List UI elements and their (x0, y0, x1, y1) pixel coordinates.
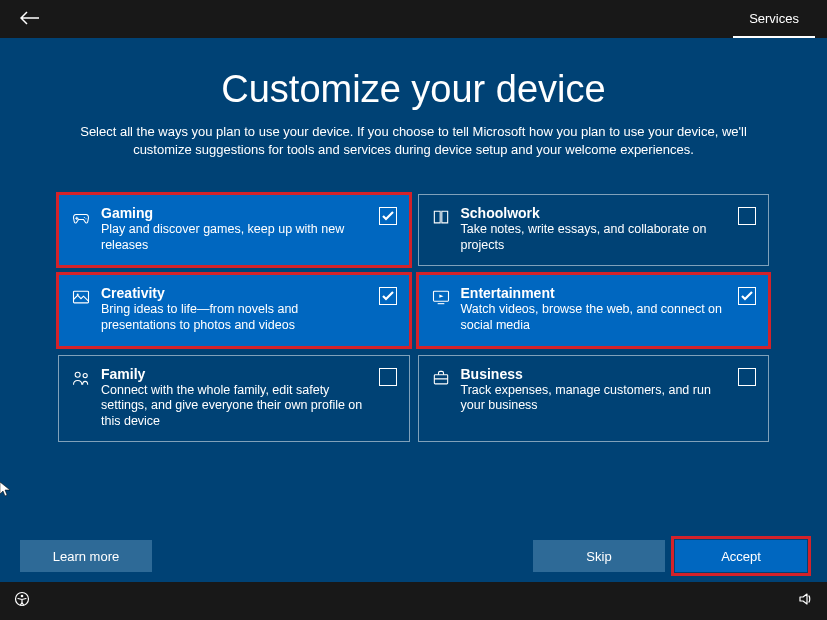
volume-icon[interactable] (797, 591, 813, 611)
svg-point-4 (83, 373, 87, 377)
card-family[interactable]: Family Connect with the whole family, ed… (58, 355, 410, 443)
card-entertainment[interactable]: Entertainment Watch videos, browse the w… (418, 274, 770, 346)
card-title: Entertainment (461, 285, 731, 301)
content-header: Customize your device Select all the way… (0, 38, 827, 158)
card-desc: Watch videos, browse the web, and connec… (461, 302, 731, 333)
card-desc: Bring ideas to life—from novels and pres… (101, 302, 371, 333)
card-desc: Take notes, write essays, and collaborat… (461, 222, 731, 253)
card-title: Schoolwork (461, 205, 731, 221)
skip-button[interactable]: Skip (533, 540, 665, 572)
tab-services[interactable]: Services (733, 1, 815, 38)
card-creativity[interactable]: Creativity Bring ideas to life—from nove… (58, 274, 410, 346)
card-title: Family (101, 366, 371, 382)
card-business[interactable]: Business Track expenses, manage customer… (418, 355, 770, 443)
creativity-icon (71, 287, 91, 307)
entertainment-icon (431, 287, 451, 307)
checkbox[interactable] (738, 368, 756, 386)
card-desc: Connect with the whole family, edit safe… (101, 383, 371, 430)
card-gaming[interactable]: Gaming Play and discover games, keep up … (58, 194, 410, 266)
back-arrow-icon (20, 11, 40, 25)
page-subtitle: Select all the ways you plan to use your… (64, 123, 764, 158)
bottombar (0, 582, 827, 620)
svg-point-1 (77, 294, 79, 296)
card-title: Business (461, 366, 731, 382)
checkbox[interactable] (738, 207, 756, 225)
options-grid: Gaming Play and discover games, keep up … (0, 158, 827, 442)
checkbox[interactable] (738, 287, 756, 305)
business-icon (431, 368, 451, 388)
learn-more-button[interactable]: Learn more (20, 540, 152, 572)
card-schoolwork[interactable]: Schoolwork Take notes, write essays, and… (418, 194, 770, 266)
gaming-icon (71, 207, 91, 227)
svg-point-3 (75, 372, 80, 377)
accessibility-icon[interactable] (14, 591, 30, 611)
topbar: Services (0, 0, 827, 38)
card-desc: Track expenses, manage customers, and ru… (461, 383, 731, 414)
family-icon (71, 368, 91, 388)
card-title: Gaming (101, 205, 371, 221)
page-title: Customize your device (20, 68, 807, 111)
cursor-icon (0, 482, 12, 501)
schoolwork-icon (431, 207, 451, 227)
card-desc: Play and discover games, keep up with ne… (101, 222, 371, 253)
svg-point-7 (21, 595, 24, 598)
checkbox[interactable] (379, 368, 397, 386)
accept-button[interactable]: Accept (675, 540, 807, 572)
card-title: Creativity (101, 285, 371, 301)
back-button[interactable] (12, 5, 48, 34)
checkbox[interactable] (379, 207, 397, 225)
footer: Learn more Skip Accept (0, 540, 827, 582)
checkbox[interactable] (379, 287, 397, 305)
